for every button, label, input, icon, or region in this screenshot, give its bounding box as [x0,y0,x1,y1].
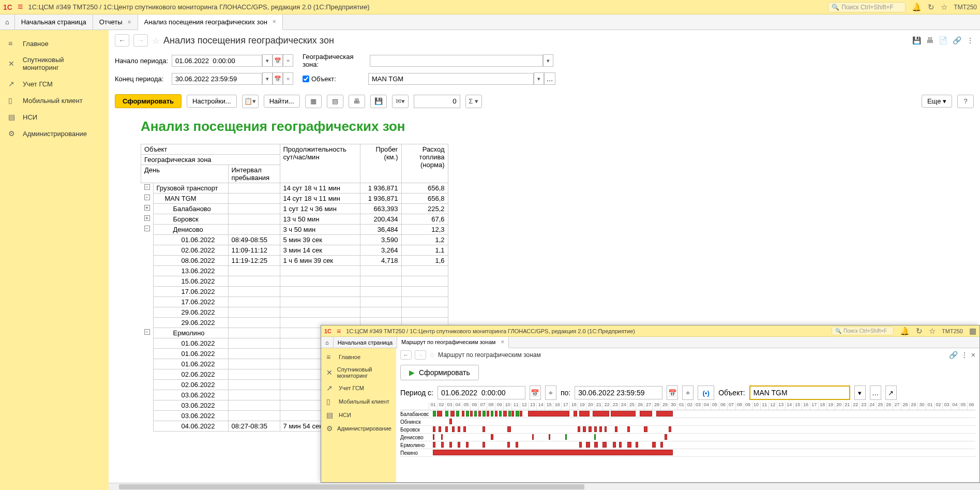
expand-cell[interactable]: + [141,214,154,225]
find-button[interactable]: Найти... [264,95,300,108]
expand-cell[interactable] [141,369,154,380]
gantt-bar[interactable] [508,411,511,417]
gantt-bar[interactable] [433,450,673,455]
panel-icon[interactable]: ▦ [969,326,976,336]
gantt-bar[interactable] [478,411,481,417]
object-select-button[interactable]: … [544,72,555,85]
expand-button[interactable]: ▦ [305,95,322,108]
link-icon[interactable]: 🔗 [953,36,961,44]
more-button[interactable]: Еще ▾ [922,95,952,108]
table-row[interactable]: 15.06.2022 [141,276,448,287]
gantt-bar[interactable] [495,411,497,417]
expand-cell[interactable] [141,256,154,266]
gantt-bar[interactable] [516,442,518,448]
gantt-bar[interactable] [520,411,522,417]
gantt-bar[interactable] [463,426,466,432]
expand-cell[interactable] [141,338,154,349]
gantt-bar[interactable] [437,411,442,417]
sidebar-item[interactable]: ▤НСИ [0,109,109,125]
expand-cell[interactable] [141,245,154,256]
tab-home-icon[interactable]: ⌂ [321,337,334,348]
gantt-bar[interactable] [660,442,663,448]
expand-cell[interactable] [141,235,154,245]
more-icon[interactable]: ⋮ [967,36,974,44]
expand-cell[interactable] [141,390,154,400]
expand-cell[interactable] [141,380,154,390]
expand-cell[interactable]: + [141,204,154,214]
expand-cell[interactable] [141,297,154,307]
expand-cell[interactable] [141,276,154,287]
sidebar-item[interactable]: ▯Мобильный клиент [0,92,109,109]
overlay-object-input[interactable] [749,385,850,400]
history-icon[interactable]: ↻ [928,3,934,12]
close-icon[interactable]: × [273,18,276,25]
start-calendar[interactable]: 📅 [273,54,283,67]
gantt-bar[interactable] [491,434,493,440]
sidebar-item[interactable]: ⚙Администрирование [321,422,396,435]
gantt-bar[interactable] [599,426,602,432]
gantt-bar[interactable] [644,426,647,432]
overlay-form-button[interactable]: ▶ Сформировать [400,365,479,380]
calendar-icon[interactable]: 📅 [667,385,678,400]
start-stepper[interactable]: ÷ [283,54,293,67]
gantt-bar[interactable] [511,411,514,417]
gantt-bar[interactable] [593,411,609,417]
expand-cell[interactable] [141,411,154,421]
gantt-bar[interactable] [456,411,459,417]
gantt-bar[interactable] [665,434,667,440]
gantt-bar[interactable] [507,442,510,448]
expand-cell[interactable]: − [141,183,154,194]
end-stepper[interactable]: ÷ [283,72,293,85]
more-icon[interactable]: ⋮ [961,351,968,359]
gantt-bar[interactable] [594,426,597,432]
table-row[interactable]: 17.06.2022 [141,287,448,297]
gantt-bar[interactable] [433,434,434,440]
table-row[interactable]: 29.06.2022 [141,307,448,318]
table-row[interactable]: 08.06.202211:19-12:251 ч 6 мин 39 сек4,7… [141,256,448,266]
collapse-button[interactable]: ▧ [327,95,343,108]
print-button[interactable]: 🖶 [349,95,365,108]
object-input[interactable] [368,73,534,85]
gantt-bar[interactable] [594,442,597,448]
tab-home[interactable]: Начальная страница [15,14,93,29]
gantt-bar[interactable] [613,442,616,448]
settings-button[interactable]: Настройки... [187,95,237,108]
gantt-bar[interactable] [583,426,586,432]
live-icon[interactable]: (•) [698,385,714,400]
zone-dropdown[interactable]: ▾ [543,54,553,67]
gantt-bar[interactable] [462,411,464,417]
gantt-bar[interactable] [458,442,460,448]
options-button[interactable]: 📋▾ [242,95,259,108]
end-input[interactable] [172,73,262,85]
history-icon[interactable]: ↻ [916,326,923,336]
gantt-bar[interactable] [669,426,671,432]
gantt-bar[interactable] [483,411,486,417]
stepper-icon[interactable]: ÷ [682,385,693,400]
overlay-end-input[interactable] [575,386,662,399]
sidebar-item[interactable]: ✕Спутниковый мониторинг [321,364,396,381]
gantt-bar[interactable] [565,434,567,440]
gantt-bar[interactable] [499,411,502,417]
sum-input[interactable] [414,95,460,108]
help-button[interactable]: ? [957,95,974,108]
star-icon[interactable]: ☆ [941,3,947,12]
save-icon[interactable]: 💾 [912,36,921,44]
gantt-bar[interactable] [615,426,617,432]
print-icon[interactable]: 🖶 [926,36,933,44]
table-row[interactable]: +Боровск13 ч 50 мин200,43467,6 [141,214,448,225]
object-dropdown[interactable]: ▾ [854,385,866,400]
gantt-bar[interactable] [652,442,655,448]
expand-cell[interactable] [141,287,154,297]
gantt-bar[interactable] [578,426,580,432]
sidebar-item[interactable]: ▤НСИ [321,408,396,422]
gantt-bar[interactable] [449,442,452,448]
main-menu-icon[interactable]: ≡ [337,327,341,335]
gantt-bar[interactable] [487,411,489,417]
table-row[interactable]: 02.06.202211:09-11:123 мин 14 сек3,2641,… [141,245,448,256]
gantt-bar[interactable] [549,434,550,440]
gantt-bar[interactable] [445,426,448,432]
form-button[interactable]: Сформировать [115,94,182,108]
object-checkbox[interactable] [303,76,309,82]
gantt-bar[interactable] [466,442,469,448]
favorite-icon[interactable]: ☆ [429,351,435,359]
